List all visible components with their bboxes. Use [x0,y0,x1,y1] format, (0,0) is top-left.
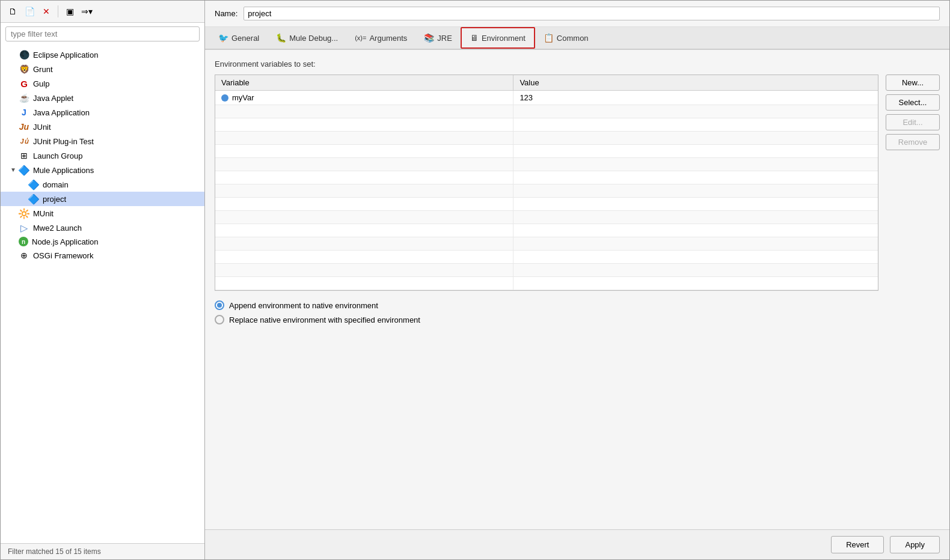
value-cell: 123 [513,91,878,105]
env-table-wrapper: Variable Value myVar 12 [215,75,878,291]
collapse-button[interactable]: ▣ [63,4,77,19]
status-bar: Filter matched 15 of 15 items [1,543,204,559]
tree-item-launch-group[interactable]: ⊞ Launch Group [1,148,204,163]
tree-area: 🌑 Eclipse Application 🦁 Grunt G Gulp ☕ J… [1,45,204,543]
tree-item-osgi[interactable]: ⊕ OSGi Framework [1,248,204,263]
content-area: Environment variables to set: Variable V… [205,50,949,529]
tree-item-mule-apps[interactable]: ▼ 🔷 Mule Applications [1,163,204,177]
radio-append-icon [215,300,224,310]
expand-arrow-munit [10,210,17,217]
toolbar: 🗋 📄 ✕ ▣ ⇒▾ [1,1,204,23]
tree-item-nodejs[interactable]: n Node.js Application [1,235,204,248]
tree-label-gulp: Gulp [33,79,49,88]
name-row: Name: [205,1,949,27]
arguments-icon: (x)= [355,34,366,41]
toolbar-separator [58,5,58,17]
tree-label-project: project [43,195,66,204]
tree-item-project[interactable]: 🔷 project [1,192,204,206]
radio-replace-row[interactable]: Replace native environment with specifie… [215,315,940,324]
right-panel: Name: 🐦 General 🐛 Mule Debug... (x)= Arg… [205,1,949,559]
expand-arrow-domain [20,181,27,188]
tree-label-grunt: Grunt [33,65,53,74]
variable-cell: myVar [215,91,513,105]
expand-arrow-java-applet [10,94,17,102]
var-dot-icon [221,94,228,102]
mule-debug-icon: 🐛 [276,33,286,43]
tab-mule-debug[interactable]: 🐛 Mule Debug... [268,28,346,47]
jre-icon: 📚 [424,33,434,43]
tree-item-junit[interactable]: Ju JUnit [1,120,204,134]
tree-label-java-applet: Java Applet [33,94,73,103]
radio-append-label: Append environment to native environment [229,301,378,310]
duplicate-button[interactable]: 📄 [22,4,37,19]
new-config-button[interactable]: 🗋 [5,4,20,19]
tab-common-label: Common [557,34,589,43]
table-row-empty-6 [215,171,878,184]
filter-input[interactable] [5,26,200,41]
domain-icon: 🔷 [28,179,39,190]
radio-append-row[interactable]: Append environment to native environment [215,300,940,310]
tab-general[interactable]: 🐦 General [210,28,268,47]
tabs-row: 🐦 General 🐛 Mule Debug... (x)= Arguments… [205,27,949,50]
munit-icon: 🔆 [19,208,29,219]
new-button[interactable]: New... [886,75,940,91]
mwe2-icon: ▷ [19,222,29,233]
expand-arrow-project [20,195,27,202]
apply-button[interactable]: Apply [890,536,940,553]
mule-apps-icon: 🔷 [19,165,29,175]
table-row-empty-10 [215,224,878,237]
name-input[interactable] [244,7,940,20]
tree-label-eclipse-app: Eclipse Application [33,50,98,59]
table-row-empty-4 [215,145,878,158]
expand-arrow-nodejs [10,238,17,245]
tree-label-java-app: Java Application [33,108,90,117]
tree-item-gulp[interactable]: G Gulp [1,76,204,91]
tree-item-java-applet[interactable]: ☕ Java Applet [1,91,204,105]
tab-common[interactable]: 📋 Common [535,28,597,47]
export-button[interactable]: ⇒▾ [79,4,94,19]
java-app-icon: J [19,107,29,118]
table-row-empty-1 [215,105,878,118]
tree-item-java-app[interactable]: J Java Application [1,105,204,120]
tree-item-eclipse-app[interactable]: 🌑 Eclipse Application [1,47,204,62]
name-label: Name: [215,9,238,18]
tree-item-domain[interactable]: 🔷 domain [1,177,204,192]
tree-item-mwe2[interactable]: ▷ Mwe2 Launch [1,221,204,235]
tree-label-munit: MUnit [33,209,54,218]
expand-arrow-junit [10,123,17,130]
tree-label-domain: domain [43,180,69,189]
osgi-icon: ⊕ [19,250,29,261]
table-row[interactable]: myVar 123 [215,91,878,105]
common-icon: 📋 [544,33,554,43]
table-row-empty-13 [215,264,878,277]
junit-plugin-icon: Ju̍ [19,136,29,147]
edit-button[interactable]: Edit... [886,114,940,130]
expand-arrow-gulp [10,80,17,87]
table-row-empty-14 [215,277,878,290]
remove-button[interactable]: Remove [886,134,940,150]
variable-name: myVar [232,93,254,102]
col-value-header: Value [513,75,878,91]
tree-item-junit-plugin[interactable]: Ju̍ JUnit Plug-in Test [1,134,204,148]
tree-item-grunt[interactable]: 🦁 Grunt [1,62,204,76]
tab-environment[interactable]: 🖥 Environment [461,27,535,49]
tree-label-mule-apps: Mule Applications [33,166,94,175]
select-button[interactable]: Select... [886,94,940,111]
expand-arrow-junit-plugin [10,138,17,145]
col-variable-header: Variable [215,75,513,91]
table-row-empty-2 [215,118,878,132]
table-row-empty-12 [215,251,878,264]
expand-arrow-java-app [10,109,17,116]
radio-section: Append environment to native environment… [215,300,940,324]
junit-icon: Ju [19,121,29,132]
tab-jre[interactable]: 📚 JRE [415,28,461,47]
environment-icon: 🖥 [470,33,479,43]
tab-arguments[interactable]: (x)= Arguments [346,29,415,47]
tab-mule-debug-label: Mule Debug... [289,34,338,43]
delete-button[interactable]: ✕ [39,4,54,19]
revert-button[interactable]: Revert [831,536,884,553]
tree-label-junit: JUnit [33,123,51,132]
tab-environment-label: Environment [482,34,526,43]
tab-arguments-label: Arguments [369,34,407,43]
tree-item-munit[interactable]: 🔆 MUnit [1,206,204,221]
